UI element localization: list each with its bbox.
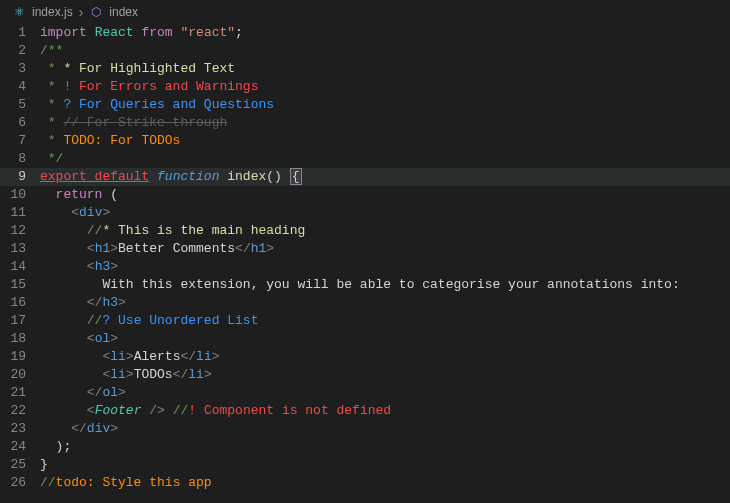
line-content[interactable]: </h3> xyxy=(40,294,730,312)
line-content[interactable]: <h1>Better Comments</h1> xyxy=(40,240,730,258)
code-line[interactable]: 26//todo: Style this app xyxy=(0,474,730,492)
code-line[interactable]: 24 ); xyxy=(0,438,730,456)
line-content[interactable]: * * For Highlighted Text xyxy=(40,60,730,78)
line-number: 7 xyxy=(0,132,40,150)
line-number: 18 xyxy=(0,330,40,348)
react-icon: ⚛ xyxy=(12,5,26,19)
code-line[interactable]: 15 With this extension, you will be able… xyxy=(0,276,730,294)
line-content[interactable]: * // For Strike-through xyxy=(40,114,730,132)
code-line[interactable]: 11 <div> xyxy=(0,204,730,222)
line-content[interactable]: <li>TODOs</li> xyxy=(40,366,730,384)
code-editor[interactable]: 1import React from "react";2/**3 * * For… xyxy=(0,24,730,492)
line-content[interactable]: */ xyxy=(40,150,730,168)
code-line[interactable]: 21 </ol> xyxy=(0,384,730,402)
line-number: 23 xyxy=(0,420,40,438)
code-line[interactable]: 13 <h1>Better Comments</h1> xyxy=(0,240,730,258)
code-line[interactable]: 3 * * For Highlighted Text xyxy=(0,60,730,78)
line-content[interactable]: * ? For Queries and Questions xyxy=(40,96,730,114)
breadcrumb[interactable]: ⚛ index.js ⬡ index xyxy=(0,0,730,24)
line-number: 22 xyxy=(0,402,40,420)
code-line[interactable]: 22 <Footer /> //! Component is not defin… xyxy=(0,402,730,420)
line-content[interactable]: With this extension, you will be able to… xyxy=(40,276,730,294)
code-line[interactable]: 9export default function index() { xyxy=(0,168,730,186)
line-number: 25 xyxy=(0,456,40,474)
line-number: 2 xyxy=(0,42,40,60)
line-number: 11 xyxy=(0,204,40,222)
line-number: 15 xyxy=(0,276,40,294)
code-line[interactable]: 8 */ xyxy=(0,150,730,168)
line-content[interactable]: //? Use Unordered List xyxy=(40,312,730,330)
line-content[interactable]: <li>Alerts</li> xyxy=(40,348,730,366)
line-number: 26 xyxy=(0,474,40,492)
line-content[interactable]: import React from "react"; xyxy=(40,24,730,42)
code-line[interactable]: 14 <h3> xyxy=(0,258,730,276)
line-number: 17 xyxy=(0,312,40,330)
code-line[interactable]: 10 return ( xyxy=(0,186,730,204)
line-number: 24 xyxy=(0,438,40,456)
line-number: 6 xyxy=(0,114,40,132)
code-line[interactable]: 6 * // For Strike-through xyxy=(0,114,730,132)
line-content[interactable]: <div> xyxy=(40,204,730,222)
line-content[interactable]: //todo: Style this app xyxy=(40,474,730,492)
breadcrumb-symbol[interactable]: index xyxy=(109,5,138,19)
line-number: 12 xyxy=(0,222,40,240)
line-number: 19 xyxy=(0,348,40,366)
line-number: 21 xyxy=(0,384,40,402)
code-line[interactable]: 2/** xyxy=(0,42,730,60)
line-number: 10 xyxy=(0,186,40,204)
line-number: 5 xyxy=(0,96,40,114)
line-number: 3 xyxy=(0,60,40,78)
code-line[interactable]: 5 * ? For Queries and Questions xyxy=(0,96,730,114)
chevron-right-icon xyxy=(79,4,84,20)
cube-icon: ⬡ xyxy=(89,5,103,19)
line-content[interactable]: </div> xyxy=(40,420,730,438)
code-line[interactable]: 25} xyxy=(0,456,730,474)
line-number: 1 xyxy=(0,24,40,42)
line-content[interactable]: </ol> xyxy=(40,384,730,402)
line-content[interactable]: <h3> xyxy=(40,258,730,276)
code-line[interactable]: 17 //? Use Unordered List xyxy=(0,312,730,330)
code-line[interactable]: 12 //* This is the main heading xyxy=(0,222,730,240)
breadcrumb-file[interactable]: index.js xyxy=(32,5,73,19)
line-content[interactable]: } xyxy=(40,456,730,474)
line-number: 20 xyxy=(0,366,40,384)
code-line[interactable]: 18 <ol> xyxy=(0,330,730,348)
code-line[interactable]: 16 </h3> xyxy=(0,294,730,312)
code-line[interactable]: 23 </div> xyxy=(0,420,730,438)
line-content[interactable]: * TODO: For TODOs xyxy=(40,132,730,150)
line-content[interactable]: * ! For Errors and Warnings xyxy=(40,78,730,96)
line-number: 8 xyxy=(0,150,40,168)
code-line[interactable]: 7 * TODO: For TODOs xyxy=(0,132,730,150)
code-line[interactable]: 20 <li>TODOs</li> xyxy=(0,366,730,384)
code-line[interactable]: 4 * ! For Errors and Warnings xyxy=(0,78,730,96)
line-content[interactable]: ); xyxy=(40,438,730,456)
line-number: 14 xyxy=(0,258,40,276)
line-content[interactable]: return ( xyxy=(40,186,730,204)
line-content[interactable]: export default function index() { xyxy=(40,168,730,186)
line-content[interactable]: /** xyxy=(40,42,730,60)
line-number: 4 xyxy=(0,78,40,96)
line-content[interactable]: //* This is the main heading xyxy=(40,222,730,240)
line-number: 13 xyxy=(0,240,40,258)
line-number: 16 xyxy=(0,294,40,312)
code-line[interactable]: 19 <li>Alerts</li> xyxy=(0,348,730,366)
line-content[interactable]: <ol> xyxy=(40,330,730,348)
code-line[interactable]: 1import React from "react"; xyxy=(0,24,730,42)
line-number: 9 xyxy=(0,168,40,186)
line-content[interactable]: <Footer /> //! Component is not defined xyxy=(40,402,730,420)
